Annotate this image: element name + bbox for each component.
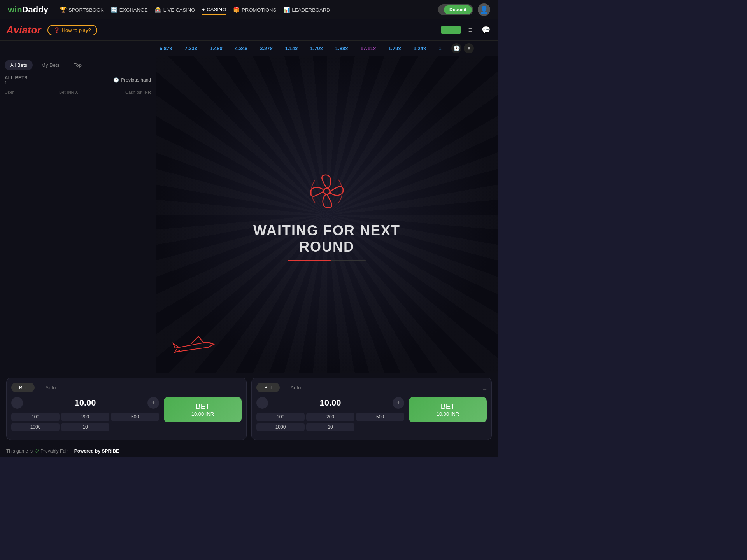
promotions-icon: 🎁 xyxy=(233,7,240,13)
waiting-title: WAITING FOR NEXT ROUND xyxy=(241,222,412,255)
exchange-icon: 🔄 xyxy=(111,7,117,13)
leaderboard-icon: 📊 xyxy=(283,7,290,13)
main-layout: All Bets My Bets Top ALL BETS 1 🕐 Previo… xyxy=(0,56,498,373)
plane-illustration xyxy=(171,332,222,361)
nav-items-list: 🏆 SPORTSBOOK 🔄 EXCHANGE 🎰 LIVE CASINO ♦ … xyxy=(60,4,430,15)
all-bets-header: ALL BETS 1 🕐 Previous hand xyxy=(5,75,151,85)
bets-tabs: All Bets My Bets Top xyxy=(0,56,156,70)
bet-panel-2-header: Bet Auto − xyxy=(256,383,487,397)
hamburger-menu-icon[interactable]: ≡ xyxy=(465,24,476,36)
previous-hand-button[interactable]: 🕐 Previous hand xyxy=(113,77,151,83)
bet-tab-2[interactable]: Bet xyxy=(256,383,280,392)
top-navigation: winDaddy 🏆 SPORTSBOOK 🔄 EXCHANGE 🎰 LIVE … xyxy=(0,0,498,19)
waiting-progress-fill xyxy=(288,260,331,261)
tab-my-bets[interactable]: My Bets xyxy=(36,60,65,70)
game-canvas: WAITING FOR NEXT ROUND xyxy=(156,56,498,373)
multiplier-value: 1.48x xyxy=(206,44,226,52)
bet-panel-2-row: − 10.00 + 100 200 500 1000 10 BET 10.00 … xyxy=(256,397,487,435)
multiplier-value: 1.14x xyxy=(281,44,302,52)
multiplier-value: 7.33x xyxy=(181,44,202,52)
live-casino-icon: 🎰 xyxy=(155,7,161,13)
game-header: Aviator ❓ How to play? ≡ 💬 xyxy=(0,19,498,41)
preset-1000-1[interactable]: 1000 xyxy=(11,423,60,431)
svg-point-0 xyxy=(324,188,330,194)
bets-count: 1 xyxy=(5,80,27,85)
bet-amount-1-value: 10.00 xyxy=(26,398,144,408)
preset-10-2[interactable]: 10 xyxy=(306,423,354,431)
preset-10-1[interactable]: 10 xyxy=(61,423,109,431)
history-clock-icon: 🕐 xyxy=(113,77,119,83)
all-bets-section: ALL BETS 1 🕐 Previous hand User Bet INR … xyxy=(0,70,156,103)
user-avatar[interactable]: 👤 xyxy=(478,4,490,16)
close-panel-2-button[interactable]: − xyxy=(482,386,487,394)
bet-button-1-container: BET 10.00 INR xyxy=(164,397,242,435)
bet-panel-1: Bet Auto − 10.00 + 100 200 500 1000 10 xyxy=(6,378,247,440)
nav-item-casino[interactable]: ♦ CASINO xyxy=(202,4,226,15)
game-header-right: ≡ 💬 xyxy=(441,24,492,36)
spribe-brand: Powered by SPRIBE xyxy=(74,448,119,454)
multiplier-value: 1.24x xyxy=(410,44,430,52)
bets-table-header: User Bet INR X Cash out INR xyxy=(5,88,151,96)
preset-500-2[interactable]: 500 xyxy=(356,413,404,421)
bet-amount-row-1: − 10.00 + xyxy=(11,397,159,409)
multiplier-value: 1 xyxy=(435,44,445,52)
tab-top[interactable]: Top xyxy=(68,60,87,70)
multiplier-value: 6.87x xyxy=(156,44,176,52)
plane-svg xyxy=(171,332,222,360)
bet-panel-1-tabs: Bet Auto xyxy=(11,383,242,392)
multiplier-value: 1.88x xyxy=(331,44,352,52)
provably-fair-badge: This game is 🛡 Provably Fair xyxy=(6,448,68,454)
aviator-logo: Aviator xyxy=(6,24,41,36)
nav-item-sportsbook[interactable]: 🏆 SPORTSBOOK xyxy=(60,4,104,15)
bet-button-2-container: BET 10.00 INR xyxy=(409,397,487,435)
heart-icon[interactable]: ♥ xyxy=(464,43,474,53)
bet-button-1[interactable]: BET 10.00 INR xyxy=(164,397,242,422)
preset-100-2[interactable]: 100 xyxy=(256,413,305,421)
all-bets-title: ALL BETS xyxy=(5,75,27,80)
propeller-icon xyxy=(303,168,350,215)
bet-panel-2-tabs: Bet Auto xyxy=(256,383,482,392)
history-icon[interactable]: 🕐 xyxy=(451,43,461,53)
decrease-bet-1-button[interactable]: − xyxy=(11,397,23,409)
nav-item-leaderboard[interactable]: 📊 LEADERBOARD xyxy=(283,4,330,15)
decrease-bet-2-button[interactable]: − xyxy=(256,397,268,409)
casino-icon: ♦ xyxy=(202,6,205,12)
how-to-play-button[interactable]: ❓ How to play? xyxy=(47,25,97,35)
multiplier-value: 3.27x xyxy=(256,44,277,52)
multiplier-value-high: 17.11x xyxy=(356,44,380,52)
question-icon: ❓ xyxy=(54,27,60,33)
game-area: WAITING FOR NEXT ROUND xyxy=(156,56,498,373)
bet-panel-1-row: − 10.00 + 100 200 500 1000 10 BET 10.00 … xyxy=(11,397,242,435)
preset-200-2[interactable]: 200 xyxy=(306,413,354,421)
bet-controls: Bet Auto − 10.00 + 100 200 500 1000 10 xyxy=(0,373,498,445)
footer: This game is 🛡 Provably Fair Powered by … xyxy=(0,445,498,457)
auto-tab-1[interactable]: Auto xyxy=(38,383,64,392)
nav-item-promotions[interactable]: 🎁 PROMOTIONS xyxy=(233,4,276,15)
increase-bet-2-button[interactable]: + xyxy=(393,397,404,409)
deposit-toggle[interactable]: Deposit xyxy=(438,4,473,15)
bet-amount-row-2: − 10.00 + xyxy=(256,397,404,409)
bet-button-2[interactable]: BET 10.00 INR xyxy=(409,397,487,422)
bet-panel-2-left: − 10.00 + 100 200 500 1000 10 xyxy=(256,397,404,435)
brand-logo[interactable]: winDaddy xyxy=(8,5,48,15)
bet-panel-2: Bet Auto − − 10.00 + 100 200 500 1000 10 xyxy=(251,378,492,440)
multiplier-value: 4.34x xyxy=(231,44,252,52)
preset-500-1[interactable]: 500 xyxy=(111,413,159,421)
tab-all-bets[interactable]: All Bets xyxy=(5,60,33,70)
nav-right-controls: Deposit 👤 xyxy=(438,4,490,16)
preset-200-1[interactable]: 200 xyxy=(61,413,109,421)
multiplier-bar: 6.87x 7.33x 1.48x 4.34x 3.27x 1.14x 1.70… xyxy=(0,41,498,56)
shield-check-icon: 🛡 xyxy=(34,448,39,454)
preset-100-1[interactable]: 100 xyxy=(11,413,60,421)
chat-icon[interactable]: 💬 xyxy=(480,24,492,36)
increase-bet-1-button[interactable]: + xyxy=(147,397,159,409)
multiplier-controls: 🕐 ♥ xyxy=(451,43,474,53)
preset-1000-2[interactable]: 1000 xyxy=(256,423,305,431)
auto-tab-2[interactable]: Auto xyxy=(283,383,309,392)
multiplier-value: 1.70x xyxy=(306,44,327,52)
bet-panel-1-left: − 10.00 + 100 200 500 1000 10 xyxy=(11,397,159,435)
bet-tab-1[interactable]: Bet xyxy=(11,383,35,392)
nav-item-exchange[interactable]: 🔄 EXCHANGE xyxy=(111,4,148,15)
multiplier-value: 1.79x xyxy=(384,44,405,52)
nav-item-live-casino[interactable]: 🎰 LIVE CASINO xyxy=(155,4,195,15)
